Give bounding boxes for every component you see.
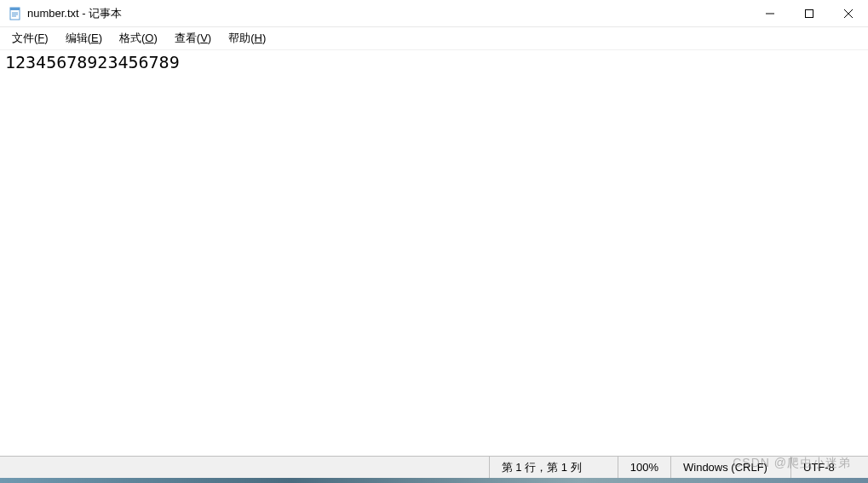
menu-help[interactable]: 帮助(H) [220, 29, 274, 48]
minimize-button[interactable] [750, 0, 790, 26]
status-encoding: UTF-8 [791, 457, 868, 478]
status-cursor-position: 第 1 行，第 1 列 [490, 457, 618, 478]
svg-rect-1 [10, 8, 20, 10]
close-button[interactable] [829, 0, 868, 26]
menu-view[interactable]: 查看(V) [166, 29, 220, 48]
menubar: 文件(F) 编辑(E) 格式(O) 查看(V) 帮助(H) [0, 27, 868, 49]
text-editor[interactable]: 12345678923456789 [0, 49, 868, 456]
taskbar-peek [0, 478, 868, 483]
status-spacer [0, 457, 489, 478]
menu-edit[interactable]: 编辑(E) [57, 29, 111, 48]
status-zoom: 100% [618, 457, 670, 478]
status-line-ending: Windows (CRLF) [671, 457, 790, 478]
window-controls [750, 0, 868, 26]
svg-rect-6 [806, 9, 813, 17]
maximize-button[interactable] [790, 0, 829, 26]
statusbar: 第 1 行，第 1 列 100% Windows (CRLF) UTF-8 [0, 456, 868, 478]
menu-format[interactable]: 格式(O) [111, 29, 166, 48]
window-title: number.txt - 记事本 [27, 6, 122, 21]
app-icon [9, 7, 22, 20]
titlebar: number.txt - 记事本 [0, 0, 868, 27]
menu-file[interactable]: 文件(F) [3, 29, 57, 48]
